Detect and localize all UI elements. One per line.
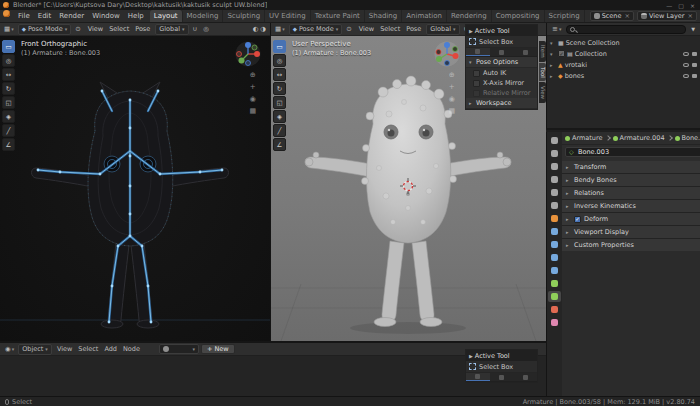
tool-tab[interactable] bbox=[490, 373, 514, 381]
expand-caret-icon[interactable]: ▾ bbox=[550, 40, 556, 46]
workspace-tab[interactable]: Animation bbox=[402, 10, 447, 22]
property-panel-header[interactable]: ▸ ✓ Viewport Display bbox=[562, 226, 700, 238]
tool-cursor[interactable]: ◎ bbox=[2, 54, 15, 67]
checkbox[interactable]: ✓ bbox=[473, 80, 480, 87]
perspective-toggle-icon[interactable]: ▦ bbox=[448, 107, 455, 115]
viewport-menu-item[interactable]: Select bbox=[106, 25, 132, 33]
property-panel-header[interactable]: ▸ ✓ Transform bbox=[562, 161, 700, 173]
active-tool-name-row[interactable]: Select Box bbox=[466, 361, 537, 373]
properties-tab-object-data[interactable] bbox=[548, 278, 561, 289]
pose-options-panel-header[interactable]: ▾ Pose Options bbox=[466, 57, 537, 68]
outliner-row[interactable]: ▸ ✓ ◆ bones bbox=[547, 70, 700, 81]
viewport-left-canvas[interactable]: ▭◎↔↻◱◈╱∠ Front Orthographic (1) Armature… bbox=[0, 36, 270, 341]
expand-caret-icon[interactable]: ▾ bbox=[550, 51, 556, 57]
properties-tab-world[interactable] bbox=[548, 200, 561, 211]
show-gizmo-icon[interactable]: ◐ bbox=[253, 25, 259, 33]
expand-caret-icon[interactable]: ▸ bbox=[550, 62, 556, 68]
tool-transform[interactable]: ◈ bbox=[2, 110, 15, 123]
tool-tab[interactable] bbox=[466, 48, 490, 56]
checkbox[interactable]: ✓ bbox=[473, 70, 480, 77]
active-tool-name-row[interactable]: Select Box bbox=[466, 36, 537, 48]
properties-tab-modifiers[interactable] bbox=[548, 226, 561, 237]
properties-tab-physics[interactable] bbox=[548, 252, 561, 263]
workspace-tab[interactable]: Layout bbox=[150, 10, 183, 22]
tool-tab[interactable] bbox=[513, 373, 537, 381]
blender-menu-icon[interactable] bbox=[3, 10, 10, 17]
menu-item[interactable]: Window bbox=[88, 12, 124, 20]
hide-render-icon[interactable] bbox=[692, 52, 697, 56]
hide-render-icon[interactable] bbox=[692, 63, 697, 67]
tool-rotate[interactable]: ↻ bbox=[273, 82, 286, 95]
navigation-gizmo[interactable] bbox=[235, 41, 261, 67]
snap-magnet-icon[interactable]: ∪ bbox=[191, 25, 200, 33]
orientation-dropdown[interactable]: Global ▾ bbox=[426, 24, 459, 35]
editor-type-icon[interactable]: ◉▾ bbox=[3, 345, 16, 353]
new-material-button[interactable]: + New bbox=[201, 344, 235, 354]
active-tool-panel-header[interactable]: ▶ Active Tool bbox=[466, 25, 537, 36]
pan-icon[interactable]: + bbox=[449, 83, 455, 91]
editor-type-icon[interactable]: ≡▾ bbox=[550, 25, 563, 33]
orientation-dropdown[interactable]: Global ▾ bbox=[155, 24, 188, 35]
property-panel-header[interactable]: ▸ ✓ Inverse Kinematics bbox=[562, 200, 700, 212]
outliner-search-input[interactable] bbox=[566, 25, 686, 34]
checkbox[interactable]: ✓ bbox=[473, 90, 480, 97]
editor-menu-item[interactable]: Select bbox=[75, 345, 101, 353]
workspace-tab[interactable]: Rendering bbox=[447, 10, 492, 22]
tool-select-box[interactable]: ▭ bbox=[273, 40, 286, 53]
tool-measure[interactable]: ∠ bbox=[2, 138, 15, 151]
relative-mirror-option[interactable]: ✓ Relative Mirror bbox=[466, 88, 537, 98]
properties-tab-material[interactable] bbox=[548, 304, 561, 315]
outliner-row[interactable]: ▾ ✓ ▦ Scene Collection bbox=[547, 37, 700, 48]
proportional-edit-icon[interactable]: ◎ bbox=[201, 25, 211, 33]
tool-move[interactable]: ↔ bbox=[2, 68, 15, 81]
scene-selector[interactable]: Scene × bbox=[590, 11, 634, 21]
outliner-row[interactable]: ▾ ✓ ▤ Collection bbox=[547, 48, 700, 59]
properties-tab-output[interactable] bbox=[548, 161, 561, 172]
outliner-row[interactable]: ▸ ✓ ▲ vrotaki bbox=[547, 59, 700, 70]
view-layer-selector[interactable]: View Layer × bbox=[637, 11, 697, 21]
hide-viewport-icon[interactable] bbox=[683, 63, 689, 67]
tool-transform[interactable]: ◈ bbox=[273, 110, 286, 123]
properties-tab-render[interactable] bbox=[548, 148, 561, 159]
properties-tab-particles[interactable] bbox=[548, 239, 561, 250]
tool-measure[interactable]: ∠ bbox=[273, 138, 286, 151]
close-button[interactable]: × bbox=[690, 2, 695, 9]
editor-type-icon[interactable]: ▦▾ bbox=[273, 25, 287, 33]
properties-tab-constraints[interactable] bbox=[548, 265, 561, 276]
scene-unlink-icon[interactable]: × bbox=[624, 12, 629, 20]
properties-tab-view-layer[interactable] bbox=[548, 174, 561, 185]
navigation-gizmo[interactable] bbox=[434, 41, 460, 67]
tool-tab[interactable] bbox=[466, 373, 490, 381]
viewport-menu-item[interactable]: Pose bbox=[132, 25, 153, 33]
tool-tab[interactable] bbox=[513, 48, 537, 56]
properties-tab-scene[interactable] bbox=[548, 187, 561, 198]
panel-checkbox[interactable]: ✓ bbox=[574, 216, 581, 223]
menu-item[interactable]: File bbox=[14, 12, 34, 20]
tool-annotate[interactable]: ╱ bbox=[2, 124, 15, 137]
filter-icon[interactable]: ▼ bbox=[689, 26, 697, 32]
active-tool-panel-header[interactable]: ▶ Active Tool bbox=[466, 350, 537, 361]
tool-select-box[interactable]: ▭ bbox=[2, 40, 15, 53]
properties-tab-tool[interactable] bbox=[548, 135, 561, 146]
menu-item[interactable]: Help bbox=[124, 12, 148, 20]
material-browse-dropdown[interactable]: ▾ bbox=[159, 344, 199, 354]
editor-menu-item[interactable]: Node bbox=[120, 345, 143, 353]
editor-type-icon[interactable]: ▦▾ bbox=[2, 25, 16, 33]
properties-tab-texture[interactable] bbox=[548, 317, 561, 328]
tool-annotate[interactable]: ╱ bbox=[273, 124, 286, 137]
zoom-icon[interactable]: ⊕ bbox=[250, 71, 256, 79]
workspace-tab[interactable]: UV Editing bbox=[265, 10, 311, 22]
tool-scale[interactable]: ◱ bbox=[2, 96, 15, 109]
property-panel-header[interactable]: ▸ ✓ Relations bbox=[562, 187, 700, 199]
maximize-button[interactable]: ▢ bbox=[678, 2, 684, 9]
view-layer-unlink-icon[interactable]: × bbox=[688, 12, 693, 20]
mode-dropdown[interactable]: ◆ Pose Mode ▾ bbox=[18, 24, 72, 35]
sidebar-tab[interactable]: Tool bbox=[539, 63, 546, 82]
workspace-tab[interactable]: Compositing bbox=[492, 10, 545, 22]
workspace-tab[interactable]: Texture Paint bbox=[311, 10, 365, 22]
minimize-button[interactable]: — bbox=[666, 2, 672, 9]
mode-dropdown[interactable]: ◆ Pose Mode ▾ bbox=[289, 24, 343, 35]
perspective-toggle-icon[interactable]: ▦ bbox=[249, 107, 256, 115]
collection-checkbox[interactable]: ✓ bbox=[558, 50, 565, 57]
viewport-menu-item[interactable]: Pose bbox=[403, 25, 424, 33]
